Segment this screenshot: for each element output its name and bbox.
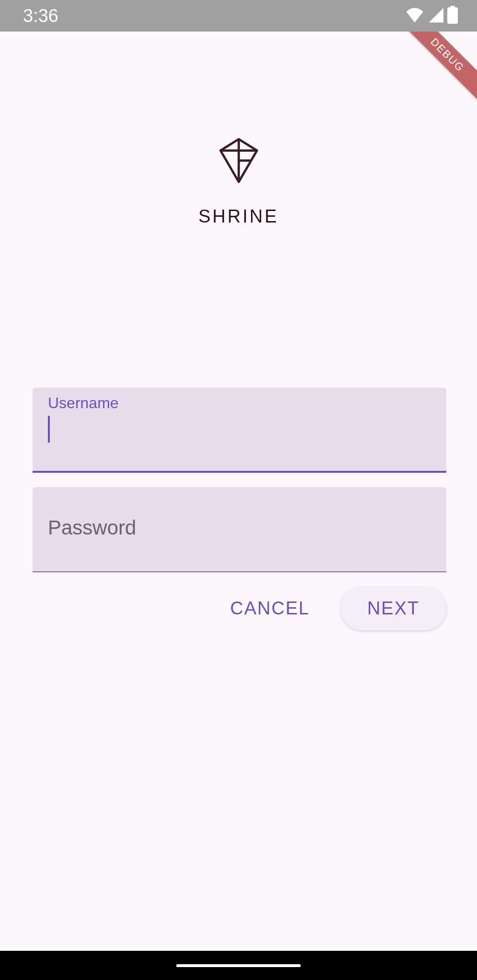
navigation-bar — [0, 951, 477, 980]
diamond-icon — [216, 138, 261, 183]
cellular-signal-icon — [428, 7, 443, 24]
wifi-icon — [405, 7, 424, 24]
text-cursor — [48, 416, 50, 443]
login-form: Username Password CANCEL NEXT — [0, 227, 477, 630]
logo-section: SHRINE — [0, 32, 477, 227]
password-field[interactable]: Password — [33, 487, 446, 572]
status-icons — [405, 6, 458, 26]
battery-icon — [447, 6, 458, 26]
next-button[interactable]: NEXT — [341, 587, 446, 630]
app-name: SHRINE — [198, 206, 279, 227]
app-body: DEBUG SHRINE Username Password — [0, 32, 477, 951]
username-label: Username — [48, 394, 431, 412]
status-time: 3:36 — [23, 6, 58, 26]
button-row: CANCEL NEXT — [33, 587, 446, 630]
cancel-button[interactable]: CANCEL — [207, 587, 332, 630]
status-bar: 3:36 — [0, 0, 477, 32]
nav-handle[interactable] — [176, 964, 301, 967]
username-field[interactable]: Username — [33, 388, 446, 473]
password-placeholder: Password — [48, 516, 136, 539]
